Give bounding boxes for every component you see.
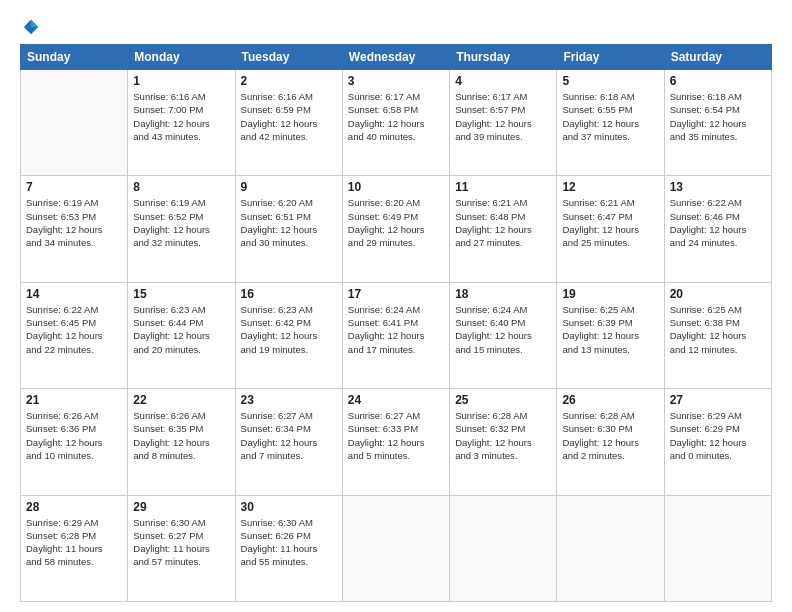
day-number: 3 [348,74,444,88]
calendar-cell: 12Sunrise: 6:21 AMSunset: 6:47 PMDayligh… [557,176,664,282]
calendar-cell: 29Sunrise: 6:30 AMSunset: 6:27 PMDayligh… [128,495,235,601]
day-number: 19 [562,287,658,301]
calendar-cell: 1Sunrise: 6:16 AMSunset: 7:00 PMDaylight… [128,70,235,176]
day-number: 14 [26,287,122,301]
calendar-cell: 11Sunrise: 6:21 AMSunset: 6:48 PMDayligh… [450,176,557,282]
logo-icon [22,18,40,36]
day-info: Sunrise: 6:16 AMSunset: 7:00 PMDaylight:… [133,90,229,143]
day-number: 12 [562,180,658,194]
calendar-cell: 23Sunrise: 6:27 AMSunset: 6:34 PMDayligh… [235,389,342,495]
calendar-cell: 30Sunrise: 6:30 AMSunset: 6:26 PMDayligh… [235,495,342,601]
day-info: Sunrise: 6:20 AMSunset: 6:51 PMDaylight:… [241,196,337,249]
calendar: SundayMondayTuesdayWednesdayThursdayFrid… [20,44,772,602]
day-number: 5 [562,74,658,88]
day-number: 9 [241,180,337,194]
day-number: 27 [670,393,766,407]
day-number: 15 [133,287,229,301]
day-number: 13 [670,180,766,194]
day-number: 24 [348,393,444,407]
day-number: 29 [133,500,229,514]
day-number: 4 [455,74,551,88]
day-info: Sunrise: 6:21 AMSunset: 6:47 PMDaylight:… [562,196,658,249]
day-number: 11 [455,180,551,194]
calendar-cell: 28Sunrise: 6:29 AMSunset: 6:28 PMDayligh… [21,495,128,601]
day-info: Sunrise: 6:25 AMSunset: 6:39 PMDaylight:… [562,303,658,356]
day-number: 21 [26,393,122,407]
day-number: 8 [133,180,229,194]
weekday-wednesday: Wednesday [342,45,449,70]
day-info: Sunrise: 6:24 AMSunset: 6:41 PMDaylight:… [348,303,444,356]
weekday-friday: Friday [557,45,664,70]
day-info: Sunrise: 6:18 AMSunset: 6:55 PMDaylight:… [562,90,658,143]
day-number: 6 [670,74,766,88]
day-info: Sunrise: 6:25 AMSunset: 6:38 PMDaylight:… [670,303,766,356]
svg-marker-1 [31,20,38,27]
week-row-4: 21Sunrise: 6:26 AMSunset: 6:36 PMDayligh… [21,389,772,495]
weekday-header-row: SundayMondayTuesdayWednesdayThursdayFrid… [21,45,772,70]
day-info: Sunrise: 6:23 AMSunset: 6:44 PMDaylight:… [133,303,229,356]
week-row-5: 28Sunrise: 6:29 AMSunset: 6:28 PMDayligh… [21,495,772,601]
day-info: Sunrise: 6:19 AMSunset: 6:53 PMDaylight:… [26,196,122,249]
day-info: Sunrise: 6:20 AMSunset: 6:49 PMDaylight:… [348,196,444,249]
calendar-cell: 27Sunrise: 6:29 AMSunset: 6:29 PMDayligh… [664,389,771,495]
calendar-cell: 26Sunrise: 6:28 AMSunset: 6:30 PMDayligh… [557,389,664,495]
day-number: 18 [455,287,551,301]
calendar-cell: 15Sunrise: 6:23 AMSunset: 6:44 PMDayligh… [128,282,235,388]
calendar-cell: 17Sunrise: 6:24 AMSunset: 6:41 PMDayligh… [342,282,449,388]
day-info: Sunrise: 6:23 AMSunset: 6:42 PMDaylight:… [241,303,337,356]
day-info: Sunrise: 6:16 AMSunset: 6:59 PMDaylight:… [241,90,337,143]
day-info: Sunrise: 6:28 AMSunset: 6:30 PMDaylight:… [562,409,658,462]
day-number: 26 [562,393,658,407]
day-info: Sunrise: 6:18 AMSunset: 6:54 PMDaylight:… [670,90,766,143]
calendar-cell: 21Sunrise: 6:26 AMSunset: 6:36 PMDayligh… [21,389,128,495]
calendar-cell: 20Sunrise: 6:25 AMSunset: 6:38 PMDayligh… [664,282,771,388]
calendar-cell: 14Sunrise: 6:22 AMSunset: 6:45 PMDayligh… [21,282,128,388]
weekday-tuesday: Tuesday [235,45,342,70]
logo [20,18,40,36]
weekday-sunday: Sunday [21,45,128,70]
day-number: 22 [133,393,229,407]
calendar-cell [664,495,771,601]
day-info: Sunrise: 6:26 AMSunset: 6:36 PMDaylight:… [26,409,122,462]
day-info: Sunrise: 6:27 AMSunset: 6:34 PMDaylight:… [241,409,337,462]
calendar-cell: 8Sunrise: 6:19 AMSunset: 6:52 PMDaylight… [128,176,235,282]
week-row-2: 7Sunrise: 6:19 AMSunset: 6:53 PMDaylight… [21,176,772,282]
calendar-cell: 25Sunrise: 6:28 AMSunset: 6:32 PMDayligh… [450,389,557,495]
day-info: Sunrise: 6:17 AMSunset: 6:57 PMDaylight:… [455,90,551,143]
day-number: 17 [348,287,444,301]
calendar-cell: 24Sunrise: 6:27 AMSunset: 6:33 PMDayligh… [342,389,449,495]
day-info: Sunrise: 6:27 AMSunset: 6:33 PMDaylight:… [348,409,444,462]
day-info: Sunrise: 6:24 AMSunset: 6:40 PMDaylight:… [455,303,551,356]
calendar-cell: 7Sunrise: 6:19 AMSunset: 6:53 PMDaylight… [21,176,128,282]
day-number: 7 [26,180,122,194]
calendar-cell: 6Sunrise: 6:18 AMSunset: 6:54 PMDaylight… [664,70,771,176]
day-info: Sunrise: 6:17 AMSunset: 6:58 PMDaylight:… [348,90,444,143]
day-number: 28 [26,500,122,514]
calendar-cell [450,495,557,601]
day-info: Sunrise: 6:30 AMSunset: 6:26 PMDaylight:… [241,516,337,569]
week-row-1: 1Sunrise: 6:16 AMSunset: 7:00 PMDaylight… [21,70,772,176]
day-number: 2 [241,74,337,88]
day-number: 10 [348,180,444,194]
day-number: 16 [241,287,337,301]
day-info: Sunrise: 6:30 AMSunset: 6:27 PMDaylight:… [133,516,229,569]
day-info: Sunrise: 6:26 AMSunset: 6:35 PMDaylight:… [133,409,229,462]
weekday-monday: Monday [128,45,235,70]
calendar-cell: 19Sunrise: 6:25 AMSunset: 6:39 PMDayligh… [557,282,664,388]
calendar-cell: 5Sunrise: 6:18 AMSunset: 6:55 PMDaylight… [557,70,664,176]
day-info: Sunrise: 6:28 AMSunset: 6:32 PMDaylight:… [455,409,551,462]
calendar-cell: 16Sunrise: 6:23 AMSunset: 6:42 PMDayligh… [235,282,342,388]
calendar-cell: 22Sunrise: 6:26 AMSunset: 6:35 PMDayligh… [128,389,235,495]
calendar-cell: 10Sunrise: 6:20 AMSunset: 6:49 PMDayligh… [342,176,449,282]
calendar-cell: 18Sunrise: 6:24 AMSunset: 6:40 PMDayligh… [450,282,557,388]
week-row-3: 14Sunrise: 6:22 AMSunset: 6:45 PMDayligh… [21,282,772,388]
weekday-saturday: Saturday [664,45,771,70]
calendar-cell [21,70,128,176]
weekday-thursday: Thursday [450,45,557,70]
day-info: Sunrise: 6:22 AMSunset: 6:46 PMDaylight:… [670,196,766,249]
day-info: Sunrise: 6:22 AMSunset: 6:45 PMDaylight:… [26,303,122,356]
calendar-cell: 4Sunrise: 6:17 AMSunset: 6:57 PMDaylight… [450,70,557,176]
day-number: 23 [241,393,337,407]
page: SundayMondayTuesdayWednesdayThursdayFrid… [0,0,792,612]
day-info: Sunrise: 6:29 AMSunset: 6:29 PMDaylight:… [670,409,766,462]
